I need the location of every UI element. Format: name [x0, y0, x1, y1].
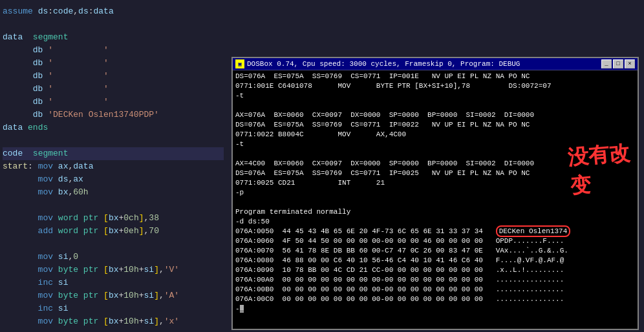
dos-line-24: 076A:00C0 00 00 00 00 00 00 00 00-00 00 … — [235, 295, 635, 304]
dos-line-21: 076A:0090 10 78 BB 00 4C CD 21 CC-00 00 … — [235, 265, 635, 275]
code-line-10: data ends — [3, 121, 224, 134]
dos-line-23: 076A:00B0 00 00 00 00 00 00 00 00-00 00 … — [235, 285, 635, 295]
dos-line-17: 076A:0050 44 45 43 4B 65 6E 20 4F-73 6C … — [235, 227, 635, 236]
code-line-2 — [3, 18, 224, 31]
code-line-17: mov word ptr [bx+0ch],38 — [3, 212, 224, 225]
code-line-15: mov bx,60h — [3, 186, 224, 199]
dos-line-5: AX=076A BX=0060 CX=0097 DX=0000 SP=0000 … — [235, 110, 635, 120]
code-line-22: inc si — [3, 276, 224, 289]
code-line-5: db ' ' — [3, 57, 224, 70]
code-line-24: inc si — [3, 302, 224, 315]
dos-line-3: -t — [235, 91, 635, 101]
dosbox-title-label: DOSBox 0.74, Cpu speed: 3000 cycles, Fra… — [247, 60, 520, 68]
code-line-21: mov byte ptr [bx+10h+si],'V' — [3, 264, 224, 276]
code-line-12: code segment — [3, 147, 224, 160]
dosbox-icon: ▣ — [235, 59, 244, 68]
dos-line-6: DS=076A ES=075A SS=0769 CS=0771 IP=0022 … — [235, 120, 635, 130]
dos-line-22: 076A:00A0 00 00 00 00 00 00 00 00-00 00 … — [235, 275, 635, 285]
code-line-7: db ' ' — [3, 83, 224, 96]
dos-line-20: 076A:0080 46 88 00 00 C6 40 10 56-46 C4 … — [235, 256, 635, 265]
dos-line-16: -d ds:50 — [235, 217, 635, 227]
dos-line-15: Program terminated normally — [235, 207, 635, 217]
code-line-23: mov byte ptr [bx+10h+si],'A' — [3, 289, 224, 302]
code-line-6: db ' ' — [3, 70, 224, 83]
code-line-19 — [3, 238, 224, 251]
dos-line-1: DS=076A ES=075A SS=0769 CS=0771 IP=001E … — [235, 72, 635, 81]
dos-line-2: 0771:001E C6401078 MOV BYTE PTR [BX+SI+1… — [235, 81, 635, 91]
dos-line-4 — [235, 101, 635, 110]
code-line-1: assume ds:code,ds:data — [3, 5, 224, 18]
dosbox-title-text: ▣ DOSBox 0.74, Cpu speed: 3000 cycles, F… — [235, 59, 520, 68]
code-line-16 — [3, 199, 224, 212]
dos-line-7: 0771:0022 B8004C MOV AX,4C00 — [235, 130, 635, 140]
code-line-8: db ' ' — [3, 96, 224, 109]
code-line-13: start: mov ax,data — [3, 160, 224, 173]
code-line-9: db 'DECKen Oslen13740PDP' — [3, 109, 224, 121]
dos-line-25: -_ — [235, 304, 635, 314]
dos-line-19: 076A:0070 56 41 78 8E DB BB 60 00-C7 47 … — [235, 246, 635, 256]
code-line-4: db ' ' — [3, 44, 224, 57]
close-button[interactable]: × — [625, 59, 635, 68]
dosbox-title-controls: _ □ × — [601, 59, 635, 68]
code-line-26 — [3, 328, 224, 332]
code-line-14: mov ds,ax — [3, 173, 224, 186]
code-line-3: data segment — [3, 31, 224, 44]
dosbox-panel: ▣ DOSBox 0.74, Cpu speed: 3000 cycles, F… — [226, 0, 644, 332]
minimize-button[interactable]: _ — [601, 59, 612, 68]
code-line-11 — [3, 134, 224, 147]
code-line-25: mov byte ptr [bx+10h+si],'x' — [3, 315, 224, 328]
code-line-18: add word ptr [bx+0eh],70 — [3, 225, 224, 238]
dosbox-titlebar: ▣ DOSBox 0.74, Cpu speed: 3000 cycles, F… — [233, 58, 638, 70]
chinese-annotation: 没有改变 — [566, 138, 644, 201]
code-line-20: mov si,0 — [3, 251, 224, 264]
maximize-button[interactable]: □ — [613, 59, 623, 68]
dos-line-18: 076A:0060 4F 50 44 50 00 00 00 00-00 00 … — [235, 236, 635, 246]
code-editor: assume ds:code,ds:data data segment db '… — [0, 0, 226, 332]
